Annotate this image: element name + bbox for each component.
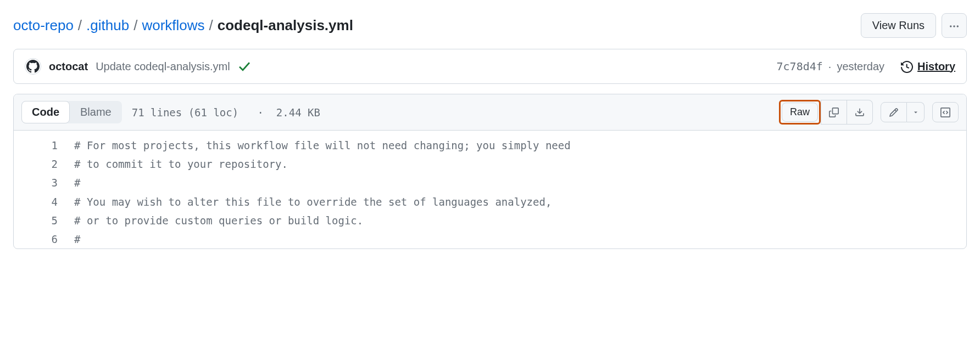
- code-line: 6 #: [14, 230, 966, 248]
- raw-button-group: Raw: [779, 100, 873, 125]
- view-tabs: Code Blame: [21, 101, 122, 123]
- breadcrumb: octo-repo / .github / workflows / codeql…: [13, 17, 353, 34]
- code-line: 2 # to commit it to your repository.: [14, 155, 966, 173]
- view-runs-button[interactable]: View Runs: [861, 13, 936, 38]
- code-line: 3 #: [14, 173, 966, 192]
- commit-meta: 7c78d4f · yesterday History: [777, 60, 955, 73]
- line-number[interactable]: 1: [14, 136, 74, 155]
- line-number[interactable]: 2: [14, 155, 74, 173]
- copy-button[interactable]: [821, 100, 847, 125]
- svg-point-1: [953, 25, 955, 27]
- breadcrumb-dir-workflows[interactable]: workflows: [142, 17, 204, 34]
- commit-time: yesterday: [837, 60, 884, 73]
- line-number[interactable]: 3: [14, 173, 74, 192]
- status-check-icon[interactable]: [238, 60, 251, 74]
- copy-icon: [829, 107, 839, 117]
- code-panel: Code Blame 71 lines (61 loc) · 2.44 KB R…: [13, 94, 967, 249]
- line-number[interactable]: 4: [14, 193, 74, 211]
- octocat-icon: [26, 60, 40, 73]
- more-options-button[interactable]: [942, 13, 967, 38]
- raw-button[interactable]: Raw: [782, 103, 818, 122]
- toolbar-left: Code Blame 71 lines (61 loc) · 2.44 KB: [21, 101, 320, 123]
- breadcrumb-separator: /: [131, 17, 140, 34]
- commit-meta-separator: ·: [828, 60, 832, 73]
- edit-dropdown-button[interactable]: [907, 102, 925, 122]
- code-line: 4 # You may wish to alter this file to o…: [14, 193, 966, 211]
- line-number[interactable]: 6: [14, 230, 74, 248]
- svg-point-0: [950, 25, 952, 27]
- latest-commit-box: octocat Update codeql-analysis.yml 7c78d…: [13, 49, 967, 84]
- history-link[interactable]: History: [901, 60, 955, 73]
- meta-separator: ·: [258, 106, 264, 118]
- history-icon: [901, 60, 913, 73]
- commit-author[interactable]: octocat: [49, 60, 88, 73]
- commit-message[interactable]: Update codeql-analysis.yml: [96, 60, 230, 73]
- line-content: # to commit it to your repository.: [74, 155, 288, 173]
- line-content: #: [74, 230, 80, 248]
- file-meta: 71 lines (61 loc) · 2.44 KB: [132, 106, 320, 118]
- commit-hash[interactable]: 7c78d4f: [777, 60, 823, 73]
- file-header: octo-repo / .github / workflows / codeql…: [13, 13, 967, 38]
- triangle-down-icon: [912, 107, 919, 117]
- raw-callout: Raw: [779, 100, 821, 125]
- line-number[interactable]: 5: [14, 211, 74, 230]
- breadcrumb-separator: /: [207, 17, 215, 34]
- svg-point-2: [957, 25, 959, 27]
- symbols-button-group: [932, 102, 959, 122]
- line-content: # You may wish to alter this file to ove…: [74, 193, 552, 211]
- code-toolbar: Code Blame 71 lines (61 loc) · 2.44 KB R…: [14, 94, 966, 131]
- breadcrumb-dir-github[interactable]: .github: [86, 17, 129, 34]
- line-content: # For most projects, this workflow file …: [74, 136, 571, 155]
- code-line: 1 # For most projects, this workflow fil…: [14, 136, 966, 155]
- pencil-icon: [889, 107, 899, 117]
- edit-button[interactable]: [881, 102, 907, 122]
- history-label: History: [917, 60, 955, 73]
- symbols-button[interactable]: [932, 102, 959, 122]
- breadcrumb-filename: codeql-analysis.yml: [218, 17, 353, 34]
- file-size: 2.44 KB: [276, 106, 320, 118]
- avatar[interactable]: [25, 58, 41, 75]
- tab-code[interactable]: Code: [21, 101, 70, 123]
- breadcrumb-repo[interactable]: octo-repo: [13, 17, 74, 34]
- edit-button-group: [881, 102, 925, 122]
- download-button[interactable]: [847, 100, 873, 125]
- line-content: #: [74, 173, 80, 192]
- code-line: 5 # or to provide custom queries or buil…: [14, 211, 966, 230]
- kebab-icon: [949, 19, 960, 32]
- file-lines: 71 lines (61 loc): [132, 106, 238, 118]
- header-actions: View Runs: [861, 13, 967, 38]
- commit-info: octocat Update codeql-analysis.yml: [25, 58, 251, 75]
- code-square-icon: [940, 107, 950, 117]
- toolbar-right: Raw: [779, 100, 959, 125]
- code-body: 1 # For most projects, this workflow fil…: [14, 131, 966, 248]
- breadcrumb-separator: /: [76, 17, 84, 34]
- line-content: # or to provide custom queries or build …: [74, 211, 363, 230]
- download-icon: [855, 107, 865, 117]
- tab-blame[interactable]: Blame: [70, 101, 122, 123]
